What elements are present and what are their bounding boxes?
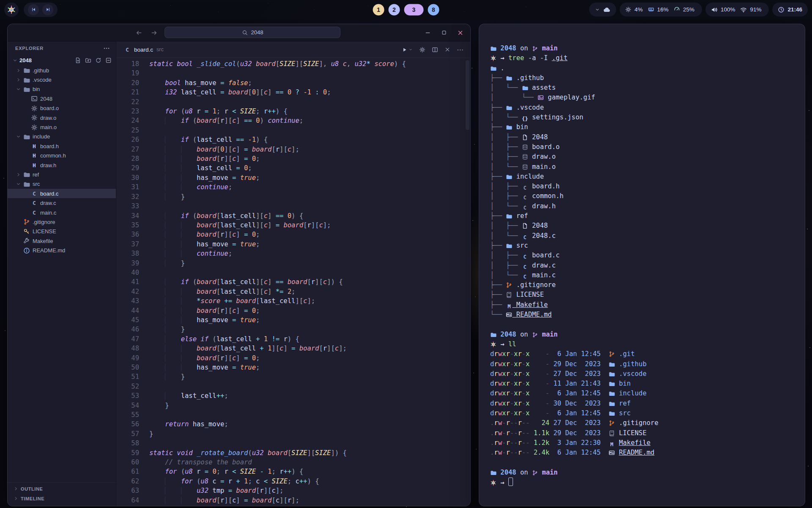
new-file-button[interactable] <box>75 57 81 64</box>
workspace-1[interactable]: 1 <box>373 4 384 15</box>
nav-back-button[interactable] <box>135 24 143 41</box>
folder-icon <box>490 65 497 72</box>
explorer-sidebar: EXPLORER ⋯ 2048 .github.vscodebin2048boa… <box>8 41 116 506</box>
close-tab-button[interactable] <box>444 47 450 52</box>
close-button[interactable] <box>457 30 464 36</box>
launcher-flower-icon <box>7 5 16 14</box>
explorer-project-row[interactable]: 2048 <box>8 55 116 66</box>
explorer-item-draw.h[interactable]: Hdraw.h <box>8 160 116 170</box>
code-line: 55 <box>116 410 470 420</box>
explorer-item-.vscode[interactable]: .vscode <box>8 75 116 84</box>
minimize-button[interactable] <box>425 30 431 36</box>
mfile-icon: M <box>609 441 615 447</box>
folder-icon <box>522 85 528 91</box>
weather-widget[interactable] <box>589 3 616 17</box>
settings-gear-icon[interactable] <box>419 47 425 53</box>
clock-time: 21:46 <box>787 6 802 13</box>
explorer-item-.gitignore[interactable]: .gitignore <box>8 217 116 226</box>
panel-outline[interactable]: OUTLINE <box>8 484 116 494</box>
code-line: 33 <box>116 202 470 211</box>
terminal-cursor <box>508 478 513 486</box>
explorer-item-main.c[interactable]: Cmain.c <box>8 208 116 217</box>
explorer-more-icon[interactable]: ⋯ <box>103 44 110 52</box>
clock-widget[interactable]: 21:46 <box>772 3 808 17</box>
terminal-tree-line: │ ├── board.o <box>490 142 799 152</box>
media-next-button[interactable] <box>42 4 53 15</box>
folder-icon <box>506 124 512 130</box>
explorer-item-ref[interactable]: ref <box>8 170 116 179</box>
c-file-icon: C <box>124 46 131 53</box>
workspace-3[interactable]: 3 <box>404 4 424 15</box>
explorer-item-src[interactable]: src <box>8 179 116 189</box>
terminal-list-line: .rw-r--r-- 1.1k 29 Dec 2023 LICENSE <box>490 428 799 438</box>
explorer-item-board.c[interactable]: Cboard.c <box>8 189 116 198</box>
code-area[interactable]: 18static bool _slide_col(u32 board[SIZE]… <box>116 58 470 506</box>
cbadge-icon: C <box>31 209 38 216</box>
explorer-item-LICENSE[interactable]: LICENSE <box>8 227 116 236</box>
explorer-item-include[interactable]: include <box>8 132 116 141</box>
editor-scrollbar[interactable] <box>466 60 469 130</box>
arrow-left-icon <box>135 29 143 36</box>
code-line: 28 board[r][c] = 0; <box>116 154 470 163</box>
tab-board-c[interactable]: C board.c src <box>116 41 171 58</box>
nav-forward-button[interactable] <box>151 24 158 41</box>
tab-path-hint: src <box>156 47 164 52</box>
gear-icon <box>31 114 38 121</box>
audio-network-widget[interactable]: 100% 91% <box>705 3 769 17</box>
memory-usage: 16% <box>657 6 669 13</box>
maximize-button[interactable] <box>441 30 447 36</box>
system-stats-widget[interactable]: 4% 16% 25% <box>620 3 702 17</box>
media-prev-button[interactable] <box>28 4 39 15</box>
cbadge-icon: C <box>522 254 528 260</box>
code-line: 56 return has_move; <box>116 420 470 429</box>
book-icon <box>506 292 512 298</box>
workspace-8[interactable]: 8 <box>428 4 439 15</box>
chevron-down-icon <box>595 7 600 12</box>
folder-icon <box>506 243 512 249</box>
code-line: 18static bool _slide_col(u32 board[SIZE]… <box>116 59 470 69</box>
explorer-item-board.o[interactable]: board.o <box>8 104 116 113</box>
explorer-item-Makefile[interactable]: Makefile <box>8 236 116 246</box>
git-icon <box>609 420 615 426</box>
terminal-window[interactable]: 2048 on main → tree -a -I .git .├── .git… <box>479 24 805 506</box>
search-icon <box>242 30 248 36</box>
snow-icon <box>490 480 497 486</box>
book-icon <box>609 430 615 436</box>
snow-icon <box>490 341 497 348</box>
braces-icon: {} <box>522 116 528 122</box>
memory-icon <box>648 6 654 13</box>
workspace-2[interactable]: 2 <box>389 4 400 15</box>
new-folder-button[interactable] <box>85 57 91 64</box>
split-editor-button[interactable] <box>432 47 438 53</box>
terminal-prompt-line: 2048 on main <box>490 330 799 340</box>
md-icon <box>609 450 615 456</box>
panel-timeline[interactable]: TIMELINE <box>8 494 116 503</box>
explorer-item-draw.c[interactable]: Cdraw.c <box>8 198 116 207</box>
explorer-item-main.o[interactable]: main.o <box>8 122 116 132</box>
explorer-item-board.h[interactable]: Hboard.h <box>8 141 116 151</box>
explorer-item-common.h[interactable]: Hcommon.h <box>8 151 116 160</box>
explorer-item-2048[interactable]: 2048 <box>8 94 116 103</box>
chevR-icon <box>16 68 21 73</box>
explorer-item-draw.o[interactable]: draw.o <box>8 113 116 122</box>
explorer-item-.github[interactable]: .github <box>8 66 116 75</box>
folder-icon <box>506 174 512 180</box>
more-actions-button[interactable]: ⋯ <box>457 46 464 54</box>
code-line: 49 board[r][c] = 0; <box>116 353 470 363</box>
app-launcher-button[interactable] <box>4 3 19 17</box>
db-icon <box>522 164 528 170</box>
collapse-all-button[interactable] <box>105 57 112 64</box>
explorer-item-README.md[interactable]: README.md <box>8 246 116 255</box>
refresh-button[interactable] <box>95 57 102 64</box>
cpu-usage: 4% <box>634 6 643 13</box>
titlebar-search[interactable]: 2048 <box>165 27 340 38</box>
chevD-icon <box>16 87 21 91</box>
explorer-item-bin[interactable]: bin <box>8 85 116 94</box>
folder-icon <box>23 181 30 188</box>
terminal-prompt-line: 2048 on main <box>490 44 799 53</box>
top-bar: 1238 4% 16% 25% 100% 91% 21:46 <box>0 0 812 19</box>
run-file-button[interactable] <box>401 47 413 53</box>
code-line: 38 continue; <box>116 249 470 258</box>
code-line: 27 board[0][c] = board[r][c]; <box>116 145 470 154</box>
clock-icon <box>778 6 785 13</box>
